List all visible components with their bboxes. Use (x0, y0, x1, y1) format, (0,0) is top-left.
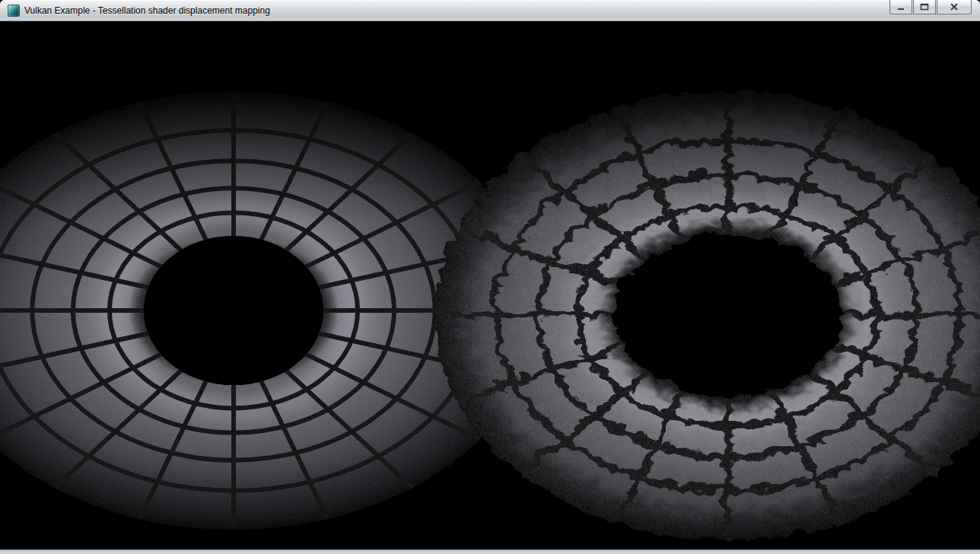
app-window: Vulkan Example - Tessellation shader dis… (0, 0, 980, 554)
maximize-button[interactable] (913, 0, 936, 14)
scene-shading (0, 21, 980, 549)
window-title: Vulkan Example - Tessellation shader dis… (24, 0, 270, 21)
minimize-button[interactable] (889, 0, 912, 14)
render-canvas[interactable] (0, 21, 980, 549)
render-viewport[interactable] (0, 21, 980, 549)
close-button[interactable] (937, 0, 972, 14)
window-controls (889, 0, 972, 14)
titlebar[interactable]: Vulkan Example - Tessellation shader dis… (0, 0, 980, 21)
close-icon (950, 3, 959, 11)
minimize-icon (897, 4, 905, 11)
bottom-frame (0, 549, 980, 554)
vulkan-app-icon (8, 5, 20, 17)
maximize-icon (920, 3, 929, 11)
